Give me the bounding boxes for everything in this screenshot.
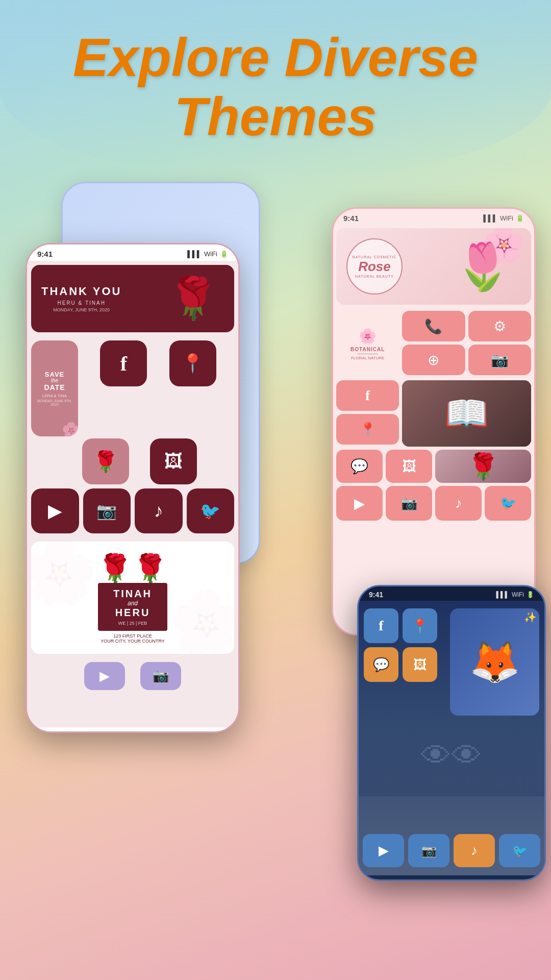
right-wifi-icon: WiFi <box>500 214 513 222</box>
anime-battery: 🔋 <box>527 591 534 598</box>
social-row: ▶ 📷 ♪ 🐦 <box>27 484 238 537</box>
watermark-flower-right: 🌸 <box>168 587 234 654</box>
tiktok-icon: ♪ <box>154 500 163 522</box>
settings-btn[interactable]: ⚙ <box>468 311 531 341</box>
phone-right-time: 9:41 <box>343 214 359 223</box>
foxy-character: 🦊 <box>469 638 520 686</box>
inv-wed: WE | 25 | FEB <box>113 621 152 626</box>
right-fb-btn[interactable]: f <box>336 380 399 411</box>
save-date-detail: MONDAY, JUNE 9TH, 2020 <box>35 399 74 406</box>
phone-anime: 9:41 ▌▌▌ WiFi 🔋 🦊 ✨ f 📍 💬 🖼 <box>357 585 546 881</box>
anime-bottom-social: ▶ 📷 ♪ 🐦 <box>359 830 544 871</box>
phone-left-time: 9:41 <box>37 250 53 258</box>
settings-camera-stack: ⚙ 📷 <box>468 311 531 377</box>
youtube-btn[interactable]: ▶ <box>31 488 79 533</box>
icon-row-2: f 📍 📖 <box>333 380 534 450</box>
anime-face-bg: 👁👁 <box>359 715 544 796</box>
anime-status-icons: ▌▌▌ WiFi 🔋 <box>496 591 534 598</box>
rose-icon: 🌹 <box>93 450 118 474</box>
anime-yt-btn[interactable]: ▶ <box>363 834 404 867</box>
rose-script: Rose <box>358 259 391 275</box>
right-gallery-btn[interactable]: 🖼 <box>386 450 432 483</box>
social-row-pink: ▶ 📷 ♪ 🐦 <box>333 486 534 524</box>
right-msg-btn[interactable]: 💬 <box>336 450 383 483</box>
right-signal-icon: ▌▌▌ <box>483 214 497 222</box>
thank-you-widget: 🌹 THANK YOU HERU & TINAH MONDAY, JUNE 9T… <box>31 265 234 332</box>
bottom-mini-icons: ▶ 📷 <box>27 658 238 694</box>
wifi-icon: WiFi <box>204 250 217 258</box>
phone-left-status-bar: 9:41 ▌▌▌ WiFi 🔋 <box>27 244 238 261</box>
phone-chrome-stack: 📞 ⊕ <box>402 311 465 377</box>
tiktok-btn[interactable]: ♪ <box>135 488 183 533</box>
chrome-btn[interactable]: ⊕ <box>402 345 465 375</box>
anime-twitter-btn[interactable]: 🐦 <box>499 834 540 867</box>
anime-signal: ▌▌▌ <box>496 591 509 598</box>
instagram-btn[interactable]: 📷 <box>83 488 131 533</box>
rose-small-bottom: NATURAL BEAUTY <box>355 275 394 278</box>
watermark-area: 🌸 🌸 🌹🌹 TINAH and HERU WE | 25 | FEB 123 … <box>31 542 234 654</box>
twitter-icon: 🐦 <box>200 501 220 521</box>
youtube-icon: ▶ <box>48 500 62 522</box>
right-twitter-btn[interactable]: 🐦 <box>485 486 531 521</box>
right-loc-btn[interactable]: 📍 <box>336 414 399 445</box>
inv-and: and <box>113 600 152 607</box>
page-title: Explore Diverse Themes <box>0 0 551 156</box>
anime-loc-btn[interactable]: 📍 <box>403 608 437 643</box>
inv-name1: TINAH <box>113 588 152 600</box>
invitation-card: 🌹🌹 TINAH and HERU WE | 25 | FEB 123 FIRS… <box>97 552 168 644</box>
phones-area: 🦌 9:41 ▌▌▌ WiFi 🔋 🌹 THANK YOU HERU & TIN… <box>0 156 551 896</box>
fb-loc-stack: f 📍 <box>336 380 399 447</box>
thank-you-main-text: THANK YOU <box>41 285 121 298</box>
icon-row-1: 🌸 BOTANICAL FLORAL NATURE 📞 ⊕ ⚙ 📷 <box>333 308 534 380</box>
thank-you-text: THANK YOU HERU & TINAH MONDAY, JUNE 9TH,… <box>41 285 121 312</box>
anime-fb-btn[interactable]: f <box>364 608 398 643</box>
anime-insta-btn[interactable]: 📷 <box>408 834 449 867</box>
save-date-widget[interactable]: SAVE the DATE LERA & TINA MONDAY, JUNE 9… <box>31 340 78 436</box>
rose-banner: 🌸 NATURAL COSMETIC Rose NATURAL BEAUTY 🌷 <box>336 228 531 305</box>
signal-icon: ▌▌▌ <box>187 250 202 258</box>
widget-floral: 🌸 <box>62 421 78 436</box>
app-row-2: 🌹 🖼 <box>78 436 238 484</box>
anime-content: 🦊 ✨ f 📍 💬 🖼 👁👁 ▶ 📷 ♪ 🐦 <box>359 601 544 875</box>
phone-right: 9:41 ▌▌▌ WiFi 🔋 🌸 NATURAL COSMETIC Rose … <box>332 207 536 636</box>
right-yt-btn[interactable]: ▶ <box>336 486 383 521</box>
twitter-btn[interactable]: 🐦 <box>187 488 235 533</box>
location-icon-btn[interactable]: 📍 <box>169 340 216 386</box>
right-tiktok-btn[interactable]: ♪ <box>435 486 482 521</box>
date-text: DATE <box>44 383 65 391</box>
anime-msg-btn[interactable]: 💬 <box>364 647 398 682</box>
sparkle-decor: ✨ <box>524 611 537 623</box>
rose-right-decor: 🌷 <box>444 238 521 295</box>
botanical-flower: 🌸 <box>359 328 377 345</box>
bottom-photo-btn[interactable]: 📷 <box>140 662 181 690</box>
thank-you-date: MONDAY, JUNE 9TH, 2020 <box>41 307 121 312</box>
inv-name2: HERU <box>113 607 152 619</box>
phone-call-btn[interactable]: 📞 <box>402 311 465 341</box>
gallery-icon-btn[interactable]: 🖼 <box>150 438 197 484</box>
botanical-widget[interactable]: 🌸 BOTANICAL FLORAL NATURE <box>336 311 399 377</box>
anime-top-left-icons: f 📍 💬 🖼 <box>364 608 437 682</box>
battery-icon: 🔋 <box>220 250 228 258</box>
big-photo-widget: 📖 <box>402 380 531 447</box>
phone-left: 9:41 ▌▌▌ WiFi 🔋 🌹 THANK YOU HERU & TINAH… <box>26 243 240 733</box>
camera-btn[interactable]: 📷 <box>468 345 531 375</box>
right-insta-btn[interactable]: 📷 <box>386 486 432 521</box>
botanical-title: BOTANICAL <box>350 347 385 352</box>
save-text: SAVE <box>45 371 64 378</box>
botanical-sub: FLORAL NATURE <box>351 356 384 360</box>
anime-gallery-btn[interactable]: 🖼 <box>403 647 437 682</box>
phone-left-status-icons: ▌▌▌ WiFi 🔋 <box>187 250 228 258</box>
rose-icon-btn[interactable]: 🌹 <box>82 438 129 484</box>
book-photo: 📖 <box>402 380 531 447</box>
facebook-icon: f <box>120 352 127 376</box>
bottom-play-btn[interactable]: ▶ <box>84 662 125 690</box>
anime-wifi: WiFi <box>512 591 524 598</box>
invitation-box: TINAH and HERU WE | 25 | FEB <box>98 583 167 631</box>
anime-tiktok-btn[interactable]: ♪ <box>454 834 495 867</box>
facebook-icon-btn[interactable]: f <box>100 340 147 386</box>
inv-detail2: 123 FIRST PLACE <box>97 633 168 639</box>
anime-status-bar: 9:41 ▌▌▌ WiFi 🔋 <box>359 586 544 601</box>
botanical-divider <box>358 354 378 354</box>
phone-right-status-icons: ▌▌▌ WiFi 🔋 <box>483 214 524 222</box>
right-battery-icon: 🔋 <box>516 214 524 222</box>
